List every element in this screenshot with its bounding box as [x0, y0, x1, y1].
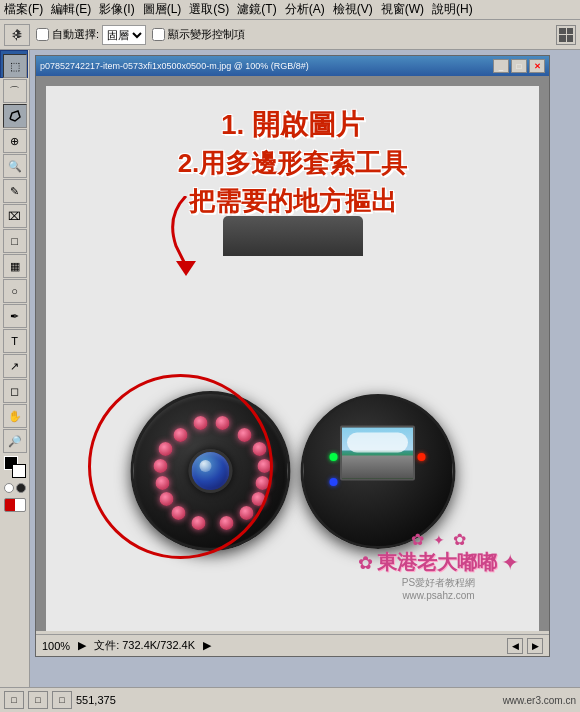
file-size-expand-icon: ▶	[203, 639, 211, 652]
bottom-btn-3[interactable]: □	[52, 691, 72, 709]
image-content: 1. 開啟圖片 2.用多邊形套索工具 把需要的地方摳出	[36, 76, 549, 631]
toolbar: 自動選擇: 固層 顯示變形控制項	[0, 20, 580, 50]
ps-status-bar: 100% ▶ 文件: 732.4K/732.4K ▶ ◀ ▶	[36, 634, 549, 656]
menu-item-analyze[interactable]: 分析(A)	[285, 1, 325, 18]
crop-tool[interactable]: ⊕	[3, 129, 27, 153]
brush-tool[interactable]: ✎	[3, 179, 27, 203]
menu-item-file[interactable]: 檔案(F)	[4, 1, 43, 18]
dodge-icon: ○	[11, 286, 18, 297]
shape-icon: ◻	[10, 386, 19, 397]
ps-window-controls: _ □ ✕	[493, 59, 545, 73]
zoom-expand-icon: ▶	[78, 639, 86, 652]
lasso-icon: ⌒	[9, 86, 20, 97]
ps-minimize-btn[interactable]: _	[493, 59, 509, 73]
camera-screen	[340, 426, 415, 481]
crop-icon: ⊕	[10, 136, 19, 147]
path-icon: ↗	[10, 361, 19, 372]
hand-icon: ✋	[8, 411, 22, 422]
menu-item-window[interactable]: 視窗(W)	[381, 1, 424, 18]
shape-tool[interactable]: ◻	[3, 379, 27, 403]
tools-sidebar: PS ⬚ ⌒ ⊕ 🔍 ✎ ⌧ □ ▦ ○	[0, 50, 30, 687]
bottom-btn-2[interactable]: □	[28, 691, 48, 709]
nav-left-btn[interactable]: ◀	[507, 638, 523, 654]
screen-road	[342, 456, 413, 479]
indicator-blue	[330, 478, 338, 486]
menu-item-select[interactable]: 選取(S)	[189, 1, 229, 18]
eraser-icon: □	[11, 236, 18, 247]
gradient-tool[interactable]: ▦	[3, 254, 27, 278]
ps-window-title-bar: p07852742217-item-0573xfi1x0500x0500-m.j…	[36, 56, 549, 76]
hand-tool[interactable]: ✋	[3, 404, 27, 428]
eyedropper-tool[interactable]: 🔍	[3, 154, 27, 178]
transform-checkbox[interactable]: 顯示變形控制項	[152, 27, 245, 42]
stamp-icon: ⌧	[8, 211, 21, 222]
zoom-icon: 🔎	[8, 436, 22, 447]
pen-tool[interactable]: ✒	[3, 304, 27, 328]
zoom-display: 100%	[42, 640, 70, 652]
move-tool-btn[interactable]	[4, 24, 30, 46]
screen-clouds	[347, 433, 408, 453]
watermark-brand: 東港老大嘟嘟	[377, 549, 497, 576]
canvas-area: p07852742217-item-0573xfi1x0500x0500-m.j…	[30, 50, 580, 687]
stamp-tool[interactable]: ⌧	[3, 204, 27, 228]
menu-item-filter[interactable]: 濾鏡(T)	[237, 1, 276, 18]
zoom-tool[interactable]: 🔎	[3, 429, 27, 453]
path-tool[interactable]: ↗	[3, 354, 27, 378]
watermark: ✿ ✦ ✿ ✿ 東港老大嘟嘟 ✦ PS愛好者教程網 ww	[358, 530, 519, 601]
step1-text: 1. 開啟圖片	[221, 106, 364, 144]
bottom-btn-1[interactable]: □	[4, 691, 24, 709]
transform-check[interactable]	[152, 28, 165, 41]
polygon-lasso-tool[interactable]	[3, 104, 27, 128]
gradient-icon: ▦	[10, 261, 20, 272]
white-canvas: 1. 開啟圖片 2.用多邊形套索工具 把需要的地方摳出	[46, 86, 539, 631]
menu-item-edit[interactable]: 編輯(E)	[51, 1, 91, 18]
auto-select-checkbox[interactable]: 自動選擇: 固層	[36, 25, 146, 45]
svg-marker-0	[176, 261, 196, 276]
ps-close-btn[interactable]: ✕	[529, 59, 545, 73]
menu-item-help[interactable]: 說明(H)	[432, 1, 473, 18]
menu-item-image[interactable]: 影像(I)	[99, 1, 134, 18]
nav-right-btn[interactable]: ▶	[527, 638, 543, 654]
auto-select-label: 自動選擇:	[52, 27, 99, 42]
main-layout: PS ⬚ ⌒ ⊕ 🔍 ✎ ⌧ □ ▦ ○	[0, 50, 580, 687]
transform-label: 顯示變形控制項	[168, 27, 245, 42]
eraser-tool[interactable]: □	[3, 229, 27, 253]
auto-select-check[interactable]	[36, 28, 49, 41]
ps-window-title-text: p07852742217-item-0573xfi1x0500x0500-m.j…	[40, 61, 309, 71]
menu-item-layer[interactable]: 圖層(L)	[143, 1, 182, 18]
menu-bar: 檔案(F) 編輯(E) 影像(I) 圖層(L) 選取(S) 濾鏡(T) 分析(A…	[0, 0, 580, 20]
watermark-website1: PS愛好者教程網	[402, 576, 475, 590]
lasso-tool[interactable]: ⌒	[3, 79, 27, 103]
red-circle-annotation	[88, 374, 273, 559]
step2-text: 2.用多邊形套索工具	[178, 146, 408, 181]
selection-icon: ⬚	[10, 61, 20, 72]
selection-tool[interactable]: ⬚	[3, 54, 27, 78]
watermark-website2: www.psahz.com	[402, 590, 474, 601]
ps-document-window: p07852742217-item-0573xfi1x0500x0500-m.j…	[35, 55, 550, 657]
file-size-display: 文件: 732.4K/732.4K	[94, 638, 195, 653]
bottom-bar: □ □ □ 551,375 www.er3.com.cn	[0, 687, 580, 712]
pen-icon: ✒	[10, 311, 19, 322]
step3-text: 把需要的地方摳出	[189, 184, 397, 219]
eyedropper-icon: 🔍	[8, 161, 22, 172]
coordinates-display: 551,375	[76, 694, 116, 706]
dodge-tool[interactable]: ○	[3, 279, 27, 303]
layer-select[interactable]: 固層	[102, 25, 146, 45]
menu-item-view[interactable]: 檢視(V)	[333, 1, 373, 18]
footer-url: www.er3.com.cn	[503, 695, 576, 706]
brush-icon: ✎	[10, 186, 19, 197]
polygon-lasso-icon	[8, 109, 22, 123]
right-camera	[300, 394, 455, 549]
text-tool[interactable]: T	[3, 329, 27, 353]
indicator-red	[417, 453, 425, 461]
text-icon: T	[11, 336, 18, 347]
camera-scene: 1. 開啟圖片 2.用多邊形套索工具 把需要的地方摳出	[46, 86, 539, 631]
ps-maximize-btn[interactable]: □	[511, 59, 527, 73]
indicator-green	[330, 453, 338, 461]
